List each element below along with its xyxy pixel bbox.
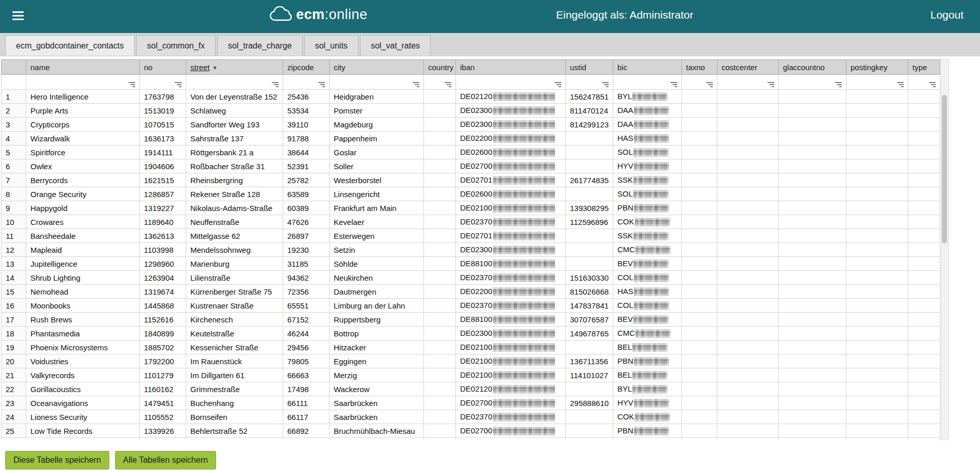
- cell-name[interactable]: Jupitelligence: [26, 257, 140, 271]
- cell-no[interactable]: 1319227: [140, 201, 186, 215]
- cell-country[interactable]: [424, 132, 456, 145]
- row-number[interactable]: 21: [2, 368, 26, 382]
- cell-no[interactable]: 1479451: [140, 396, 186, 410]
- cell-taxno[interactable]: [682, 201, 717, 215]
- cell-postingkey[interactable]: [846, 90, 908, 104]
- cell-zipcode[interactable]: 72356: [283, 285, 330, 299]
- cell-no[interactable]: 1339926: [140, 424, 186, 438]
- column-header-zipcode[interactable]: zipcode: [283, 60, 330, 75]
- cell-costcenter[interactable]: [717, 118, 779, 132]
- cell-country[interactable]: [424, 173, 456, 187]
- cell-city[interactable]: Esterwegen: [330, 229, 424, 243]
- cell-no[interactable]: 1070515: [140, 118, 186, 132]
- cell-bic[interactable]: BEL: [613, 368, 682, 382]
- cell-no[interactable]: 1542341: [140, 438, 186, 440]
- cell-type[interactable]: [908, 118, 940, 132]
- cell-bic[interactable]: SSK: [613, 173, 682, 187]
- cell-ustid[interactable]: 147837841: [566, 299, 613, 313]
- cell-bic[interactable]: HYV: [613, 159, 682, 173]
- cell-taxno[interactable]: [682, 215, 717, 229]
- row-number[interactable]: 16: [2, 299, 26, 313]
- filter-icon-ustid[interactable]: [602, 82, 609, 87]
- cell-glaccountno[interactable]: [779, 285, 846, 299]
- cell-ustid[interactable]: 149678765: [566, 327, 613, 341]
- cell-type[interactable]: [908, 90, 940, 104]
- cell-bic[interactable]: HAS: [613, 132, 682, 145]
- cell-bic[interactable]: CMC: [613, 243, 682, 257]
- cell-costcenter[interactable]: [717, 271, 779, 285]
- cell-zipcode[interactable]: 25436: [283, 90, 330, 104]
- cell-costcenter[interactable]: [717, 173, 779, 187]
- cell-zipcode[interactable]: 66663: [283, 368, 330, 382]
- cell-glaccountno[interactable]: [779, 215, 846, 229]
- cell-ustid[interactable]: 222597013: [566, 438, 613, 440]
- cell-glaccountno[interactable]: [779, 243, 846, 257]
- cell-street[interactable]: Mendelssohnweg: [186, 243, 283, 257]
- cell-country[interactable]: [424, 438, 456, 440]
- cell-no[interactable]: 1160162: [140, 382, 186, 396]
- cell-country[interactable]: [424, 382, 456, 396]
- cell-no[interactable]: 1152616: [140, 313, 186, 327]
- cell-glaccountno[interactable]: [779, 201, 846, 215]
- cell-costcenter[interactable]: [717, 424, 779, 438]
- row-number[interactable]: 19: [2, 341, 26, 354]
- column-header-no[interactable]: no: [140, 60, 186, 75]
- row-number[interactable]: 13: [2, 257, 26, 271]
- cell-bic[interactable]: PBN: [613, 424, 682, 438]
- cell-name[interactable]: Lioness Security: [26, 410, 140, 424]
- row-number[interactable]: 14: [2, 271, 26, 285]
- cell-city[interactable]: Soller: [330, 159, 424, 173]
- row-number[interactable]: 8: [2, 187, 26, 201]
- cell-ustid[interactable]: [566, 410, 613, 424]
- column-header-country[interactable]: country: [424, 60, 456, 75]
- logout-button[interactable]: Logout: [930, 9, 963, 21]
- cell-country[interactable]: [424, 368, 456, 382]
- cell-costcenter[interactable]: [717, 243, 779, 257]
- cell-bic[interactable]: COK: [613, 410, 682, 424]
- row-number[interactable]: 2: [2, 104, 26, 118]
- row-number[interactable]: 7: [2, 173, 26, 187]
- cell-city[interactable]: Dautmergen: [330, 285, 424, 299]
- filter-icon-taxno[interactable]: [706, 82, 713, 87]
- cell-zipcode[interactable]: 47626: [283, 215, 330, 229]
- filter-icon-country[interactable]: [445, 82, 451, 87]
- cell-no[interactable]: 1792200: [140, 354, 186, 368]
- cell-name[interactable]: Berrycords: [26, 173, 140, 187]
- cell-city[interactable]: Linsengericht: [330, 187, 424, 201]
- cell-bic[interactable]: COL: [613, 271, 682, 285]
- cell-iban[interactable]: DE02100: [456, 201, 566, 215]
- cell-name[interactable]: Phantasmedia: [26, 327, 140, 341]
- cell-postingkey[interactable]: [846, 132, 908, 145]
- cell-iban[interactable]: DE02700: [456, 424, 566, 438]
- cell-ustid[interactable]: 295888610: [566, 396, 613, 410]
- row-number[interactable]: 4: [2, 132, 26, 145]
- tab-sol_vat_rates[interactable]: sol_vat_rates: [360, 35, 431, 56]
- cell-country[interactable]: [424, 187, 456, 201]
- cell-no[interactable]: 1840899: [140, 327, 186, 341]
- cell-no[interactable]: 1298960: [140, 257, 186, 271]
- cell-country[interactable]: [424, 341, 456, 354]
- cell-type[interactable]: [908, 341, 940, 354]
- cell-zipcode[interactable]: 94362: [283, 271, 330, 285]
- cell-glaccountno[interactable]: [779, 229, 846, 243]
- filter-icon-zipcode[interactable]: [318, 82, 325, 87]
- cell-bic[interactable]: CMC: [613, 327, 682, 341]
- cell-city[interactable]: Limburg an der Lahn: [330, 299, 424, 313]
- cell-country[interactable]: [424, 215, 456, 229]
- cell-bic[interactable]: HAS: [613, 285, 682, 299]
- cell-ustid[interactable]: 814299123: [566, 118, 613, 132]
- cell-type[interactable]: [908, 382, 940, 396]
- cell-no[interactable]: 1362613: [140, 229, 186, 243]
- row-number[interactable]: 6: [2, 159, 26, 173]
- cell-iban[interactable]: DE88100: [456, 313, 566, 327]
- cell-bic[interactable]: DAA: [613, 104, 682, 118]
- cell-iban[interactable]: DE02600: [456, 187, 566, 201]
- cell-costcenter[interactable]: [717, 299, 779, 313]
- cell-name[interactable]: Bansheedale: [26, 229, 140, 243]
- filter-icon-city[interactable]: [413, 82, 419, 87]
- cell-street[interactable]: Roßbacher Straße 31: [186, 159, 283, 173]
- save-table-button[interactable]: Diese Tabelle speichern: [5, 451, 109, 469]
- cell-taxno[interactable]: [682, 438, 717, 440]
- cell-ustid[interactable]: [566, 145, 613, 159]
- cell-bic[interactable]: COL: [613, 299, 682, 313]
